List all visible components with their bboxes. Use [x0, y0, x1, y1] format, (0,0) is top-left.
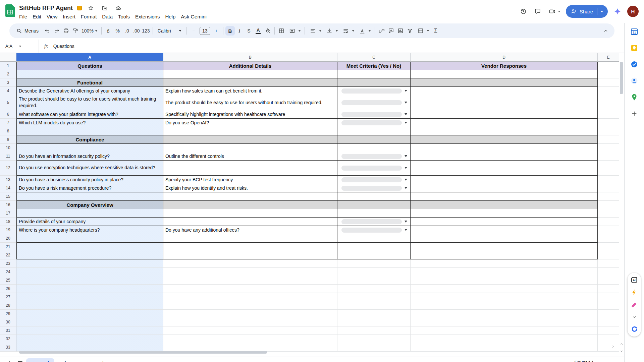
menu-ask-gemini[interactable]: Ask Gemini [178, 13, 209, 20]
cell-D16[interactable] [411, 201, 598, 209]
cell-B20[interactable] [163, 234, 337, 243]
cell-A29[interactable] [16, 310, 163, 318]
row-header-12[interactable]: 12 [0, 161, 16, 176]
cell-D11[interactable] [411, 152, 598, 161]
cell-C19[interactable] [337, 226, 411, 234]
row-header-33[interactable]: 33 [0, 343, 16, 352]
cell-B33[interactable] [163, 343, 337, 352]
column-header-A[interactable]: A [16, 53, 163, 62]
cell-A17[interactable] [16, 209, 163, 218]
cell-E25[interactable] [598, 276, 619, 285]
avatar[interactable]: H [627, 6, 639, 17]
cell-A21[interactable] [16, 243, 163, 251]
row-header-15[interactable]: 15 [0, 192, 16, 201]
menu-file[interactable]: File [16, 13, 30, 20]
cell-C4[interactable] [337, 87, 411, 95]
cell-C30[interactable] [337, 318, 411, 326]
horizontal-scrollbar[interactable] [19, 351, 267, 354]
cell-B27[interactable] [163, 293, 337, 301]
cell-E17[interactable] [598, 209, 619, 218]
cloud-status-icon[interactable] [114, 3, 123, 13]
cell-D21[interactable] [411, 243, 598, 251]
functions-button[interactable]: Σ [431, 26, 440, 36]
menu-insert[interactable]: Insert [60, 13, 78, 20]
share-caret-icon[interactable] [600, 10, 604, 13]
select-all-corner[interactable] [0, 53, 16, 62]
row-header-4[interactable]: 4 [0, 87, 16, 95]
row-header-1[interactable]: 1 [0, 62, 16, 70]
cell-A4[interactable]: Describe the Generative AI offerings of … [16, 87, 163, 95]
sheet-tab-instructions[interactable]: Instructions [82, 358, 116, 362]
cell-A25[interactable] [16, 276, 163, 285]
cell-C17[interactable] [337, 209, 411, 218]
cell-E23[interactable] [598, 259, 619, 268]
cell-A23[interactable] [16, 259, 163, 268]
collapse-chevron-icon[interactable] [630, 313, 638, 321]
dropdown-caret-icon[interactable] [405, 167, 407, 169]
sheet-tab-general[interactable]: General [26, 358, 54, 362]
cell-C12[interactable] [337, 161, 411, 176]
cell-D2[interactable] [411, 70, 598, 78]
cell-C29[interactable] [337, 310, 411, 318]
cell-E5[interactable] [598, 95, 619, 110]
cell-B25[interactable] [163, 276, 337, 285]
cell-A32[interactable] [16, 335, 163, 343]
cell-A9[interactable]: Compliance [16, 135, 163, 144]
cell-E22[interactable] [598, 251, 619, 259]
cell-C21[interactable] [337, 243, 411, 251]
text-color-button[interactable]: A [254, 26, 263, 36]
cell-E20[interactable] [598, 234, 619, 243]
all-sheets-button[interactable] [15, 358, 25, 362]
cell-B14[interactable]: Explain how you identify and treat risks… [163, 184, 337, 192]
comments-icon[interactable] [533, 7, 542, 16]
menu-data[interactable]: Data [99, 13, 115, 20]
cell-A3[interactable]: Functional [16, 78, 163, 87]
cell-D28[interactable] [411, 301, 598, 310]
cell-B8[interactable] [163, 127, 337, 135]
cell-C10[interactable] [337, 144, 411, 152]
paint-format-button[interactable] [71, 26, 80, 36]
cell-A18[interactable]: Provide details of your company [16, 218, 163, 226]
dropdown-caret-icon[interactable] [405, 102, 407, 104]
cell-D22[interactable] [411, 251, 598, 259]
collapse-toolbar-icon[interactable] [601, 26, 610, 36]
table-views-button[interactable] [415, 26, 431, 36]
row-header-13[interactable]: 13 [0, 176, 16, 184]
menu-edit[interactable]: Edit [30, 13, 44, 20]
row-header-8[interactable]: 8 [0, 127, 16, 135]
row-header-16[interactable]: 16 [0, 201, 16, 209]
cell-C13[interactable] [337, 176, 411, 184]
dropdown-chip[interactable] [341, 177, 402, 182]
cell-A24[interactable] [16, 268, 163, 276]
row-header-3[interactable]: 3 [0, 78, 16, 87]
cell-C31[interactable] [337, 326, 411, 335]
cell-A15[interactable] [16, 192, 163, 201]
print-button[interactable] [61, 26, 71, 36]
cell-D4[interactable] [411, 87, 598, 95]
cell-A8[interactable] [16, 127, 163, 135]
column-header-D[interactable]: D [411, 53, 598, 62]
cell-B24[interactable] [163, 268, 337, 276]
cell-E4[interactable] [598, 87, 619, 95]
cell-A11[interactable]: Do you have an information security poli… [16, 152, 163, 161]
cell-C14[interactable] [337, 184, 411, 192]
cell-E15[interactable] [598, 192, 619, 201]
dropdown-chip[interactable] [341, 228, 402, 233]
cell-E7[interactable] [598, 119, 619, 127]
cell-E24[interactable] [598, 268, 619, 276]
keep-icon[interactable] [630, 43, 639, 53]
fill-color-button[interactable] [263, 26, 272, 36]
cell-B6[interactable]: Specifically highlight integrations with… [163, 110, 337, 119]
cell-E21[interactable] [598, 243, 619, 251]
star-icon[interactable] [86, 3, 96, 13]
cell-A16[interactable]: Company Overview [16, 201, 163, 209]
cell-B1[interactable]: Additional Details [163, 62, 337, 70]
dropdown-chip[interactable] [341, 100, 402, 105]
cell-D10[interactable] [411, 144, 598, 152]
cell-D25[interactable] [411, 276, 598, 285]
cell-E14[interactable] [598, 184, 619, 192]
cell-D1[interactable]: Vendor Responses [411, 62, 598, 70]
percent-format-button[interactable]: % [113, 26, 122, 36]
cell-A12[interactable]: Do you use encryption techniques where s… [16, 161, 163, 176]
name-box[interactable]: A:A [0, 40, 39, 53]
